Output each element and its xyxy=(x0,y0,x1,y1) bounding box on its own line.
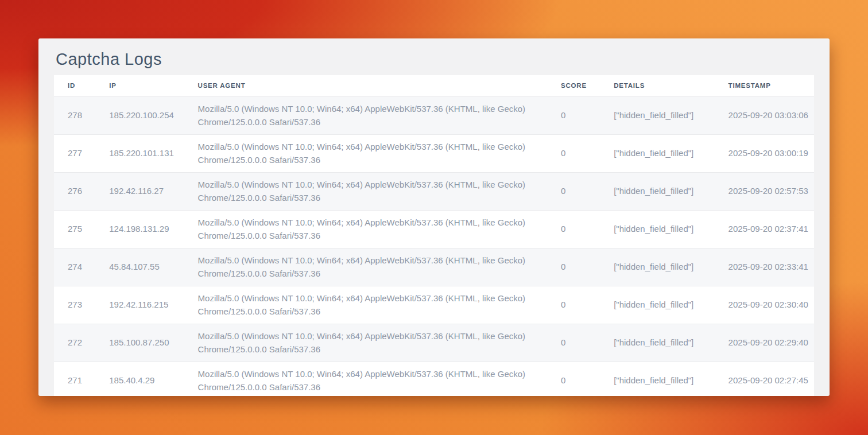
table-body: 278 185.220.100.254 Mozilla/5.0 (Windows… xyxy=(54,97,814,397)
table-row: 275 124.198.131.29 Mozilla/5.0 (Windows … xyxy=(54,211,814,248)
cell-timestamp: 2025-09-20 02:37:41 xyxy=(728,211,814,248)
cell-user-agent: Mozilla/5.0 (Windows NT 10.0; Win64; x64… xyxy=(198,135,561,173)
cell-timestamp: 2025-09-20 02:33:41 xyxy=(728,248,814,286)
cell-ip: 192.42.116.215 xyxy=(109,286,197,324)
table-row: 276 192.42.116.27 Mozilla/5.0 (Windows N… xyxy=(54,173,814,211)
cell-ip: 45.84.107.55 xyxy=(109,248,197,286)
cell-score: 0 xyxy=(561,135,614,173)
cell-user-agent: Mozilla/5.0 (Windows NT 10.0; Win64; x64… xyxy=(198,286,561,324)
cell-score: 0 xyxy=(561,362,614,397)
cell-score: 0 xyxy=(561,248,614,286)
table-row: 273 192.42.116.215 Mozilla/5.0 (Windows … xyxy=(54,286,814,324)
cell-id: 277 xyxy=(54,135,109,173)
cell-ip: 124.198.131.29 xyxy=(109,211,197,248)
column-header-score: SCORE xyxy=(561,75,614,97)
table-row: 278 185.220.100.254 Mozilla/5.0 (Windows… xyxy=(54,97,814,135)
table-row: 277 185.220.101.131 Mozilla/5.0 (Windows… xyxy=(54,135,814,173)
cell-score: 0 xyxy=(561,286,614,324)
cell-details: ["hidden_field_filled"] xyxy=(614,173,728,211)
cell-ip: 185.220.101.131 xyxy=(109,135,197,173)
cell-user-agent: Mozilla/5.0 (Windows NT 10.0; Win64; x64… xyxy=(198,97,561,135)
column-header-details: DETAILS xyxy=(614,75,728,97)
cell-user-agent: Mozilla/5.0 (Windows NT 10.0; Win64; x64… xyxy=(198,248,561,286)
table-row: 272 185.100.87.250 Mozilla/5.0 (Windows … xyxy=(54,324,814,362)
cell-ip: 192.42.116.27 xyxy=(109,173,197,211)
table-header-row: ID IP USER AGENT SCORE DETAILS TIMESTAMP xyxy=(54,75,814,97)
logs-table-container: ID IP USER AGENT SCORE DETAILS TIMESTAMP… xyxy=(54,75,814,396)
cell-user-agent: Mozilla/5.0 (Windows NT 10.0; Win64; x64… xyxy=(198,362,561,397)
cell-details: ["hidden_field_filled"] xyxy=(614,135,728,173)
cell-score: 0 xyxy=(561,97,614,135)
cell-details: ["hidden_field_filled"] xyxy=(614,248,728,286)
cell-id: 275 xyxy=(54,211,109,248)
cell-user-agent: Mozilla/5.0 (Windows NT 10.0; Win64; x64… xyxy=(198,211,561,248)
page-title: Captcha Logs xyxy=(38,38,830,75)
column-header-id: ID xyxy=(54,75,109,97)
logs-table: ID IP USER AGENT SCORE DETAILS TIMESTAMP… xyxy=(54,75,814,396)
cell-timestamp: 2025-09-20 03:03:06 xyxy=(728,97,814,135)
cell-id: 276 xyxy=(54,173,109,211)
table-row: 274 45.84.107.55 Mozilla/5.0 (Windows NT… xyxy=(54,248,814,286)
column-header-timestamp: TIMESTAMP xyxy=(728,75,814,97)
cell-ip: 185.40.4.29 xyxy=(109,362,197,397)
cell-user-agent: Mozilla/5.0 (Windows NT 10.0; Win64; x64… xyxy=(198,173,561,211)
cell-timestamp: 2025-09-20 02:57:53 xyxy=(728,173,814,211)
cell-timestamp: 2025-09-20 02:27:45 xyxy=(728,362,814,397)
cell-id: 274 xyxy=(54,248,109,286)
cell-id: 272 xyxy=(54,324,109,362)
column-header-ip: IP xyxy=(109,75,197,97)
cell-details: ["hidden_field_filled"] xyxy=(614,286,728,324)
cell-timestamp: 2025-09-20 02:30:40 xyxy=(728,286,814,324)
cell-score: 0 xyxy=(561,324,614,362)
cell-details: ["hidden_field_filled"] xyxy=(614,362,728,397)
table-row: 271 185.40.4.29 Mozilla/5.0 (Windows NT … xyxy=(54,362,814,397)
cell-timestamp: 2025-09-20 03:00:19 xyxy=(728,135,814,173)
cell-score: 0 xyxy=(561,211,614,248)
cell-score: 0 xyxy=(561,173,614,211)
cell-details: ["hidden_field_filled"] xyxy=(614,97,728,135)
cell-id: 273 xyxy=(54,286,109,324)
cell-details: ["hidden_field_filled"] xyxy=(614,211,728,248)
cell-id: 278 xyxy=(54,97,109,135)
cell-user-agent: Mozilla/5.0 (Windows NT 10.0; Win64; x64… xyxy=(198,324,561,362)
column-header-user-agent: USER AGENT xyxy=(198,75,561,97)
cell-ip: 185.220.100.254 xyxy=(109,97,197,135)
cell-id: 271 xyxy=(54,362,109,397)
cell-timestamp: 2025-09-20 02:29:40 xyxy=(728,324,814,362)
captcha-logs-card: Captcha Logs ID IP USER AGENT SCORE xyxy=(38,38,830,396)
cell-details: ["hidden_field_filled"] xyxy=(614,324,728,362)
cell-ip: 185.100.87.250 xyxy=(109,324,197,362)
